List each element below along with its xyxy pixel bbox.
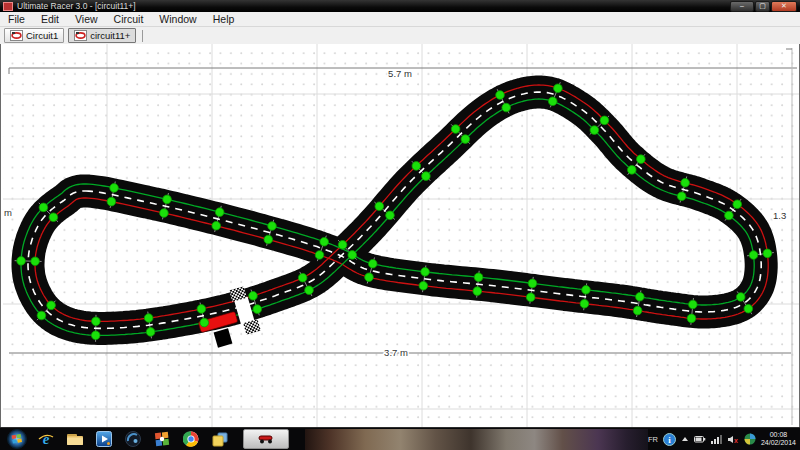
taskbar-clock[interactable]: 00:08 24/02/2014: [761, 431, 796, 447]
screen: Ultimate Racer 3.0 - [circuit11+] – ▢ ✕ …: [0, 0, 800, 450]
tab-separator: [142, 30, 143, 42]
taskbar-active-ultimate-racer[interactable]: [243, 429, 289, 449]
maximize-button[interactable]: ▢: [755, 1, 770, 12]
tab-circuit1[interactable]: Circuit1: [4, 28, 64, 43]
menu-item-help[interactable]: Help: [205, 13, 243, 26]
taskbar-icon-app-dark[interactable]: [123, 429, 143, 449]
title-bar: Ultimate Racer 3.0 - [circuit11+] – ▢ ✕: [0, 0, 800, 12]
tab-circuit11+[interactable]: circuit11+: [68, 28, 136, 43]
canvas-grid: [2, 44, 799, 428]
tab-label: circuit11+: [90, 30, 130, 41]
tray-icon-action-center[interactable]: [744, 433, 756, 445]
tab-label: Circuit1: [26, 30, 58, 41]
dimension-label-right: 1.3: [773, 210, 786, 221]
clock-date: 24/02/2014: [761, 439, 796, 446]
circuit-file-icon: [10, 30, 23, 41]
taskbar-icon-start[interactable]: [7, 429, 27, 449]
taskbar-icon-photo-app[interactable]: [152, 429, 172, 449]
close-button[interactable]: ✕: [771, 1, 797, 12]
window-title: Ultimate Racer 3.0 - [circuit11+]: [17, 1, 136, 11]
circuit-canvas[interactable]: 5.7 m3.7 mm1.3: [0, 44, 800, 428]
tray-icon-battery[interactable]: [694, 435, 706, 443]
taskbar-icon-media-player[interactable]: [94, 429, 114, 449]
window-controls: – ▢ ✕: [730, 1, 797, 12]
circuit-file-icon: [74, 30, 87, 41]
menu-item-edit[interactable]: Edit: [33, 13, 67, 26]
tray-icon-hidden-icons[interactable]: [681, 436, 689, 442]
tab-bar: Circuit1circuit11+: [0, 27, 800, 45]
app-icon: [3, 2, 13, 11]
taskbar: e FR ix 00:08 24/02/2014: [0, 427, 800, 450]
menu-item-circuit[interactable]: Circuit: [106, 13, 152, 26]
svg-text:e: e: [43, 431, 50, 447]
menu-item-window[interactable]: Window: [151, 13, 204, 26]
language-indicator[interactable]: FR: [648, 435, 658, 444]
dimension-label-left: m: [4, 207, 12, 218]
tray-icon-messenger-info[interactable]: i: [663, 433, 676, 446]
tray-icon-network[interactable]: [711, 435, 722, 444]
taskbar-icon-sticky-notes[interactable]: [210, 429, 230, 449]
menu-item-file[interactable]: File: [0, 13, 33, 26]
tray-icon-volume-muted[interactable]: x: [727, 435, 739, 444]
menu-bar: FileEditViewCircuitWindowHelp: [0, 12, 800, 27]
minimize-button[interactable]: –: [730, 1, 754, 12]
taskbar-icon-chrome[interactable]: [181, 429, 201, 449]
dimension-label-bottom: 3.7 m: [384, 347, 408, 358]
taskbar-icon-internet-explorer[interactable]: e: [36, 429, 56, 449]
desktop-wallpaper: [305, 429, 658, 450]
taskbar-icon-file-explorer[interactable]: [65, 429, 85, 449]
menu-item-view[interactable]: View: [67, 13, 106, 26]
clock-time: 00:08: [770, 431, 788, 438]
svg-text:x: x: [734, 436, 738, 443]
system-tray: FR ix 00:08 24/02/2014: [648, 428, 798, 450]
track-svg[interactable]: 5.7 m3.7 mm1.3: [1, 44, 800, 428]
dimension-label-top: 5.7 m: [388, 68, 412, 79]
